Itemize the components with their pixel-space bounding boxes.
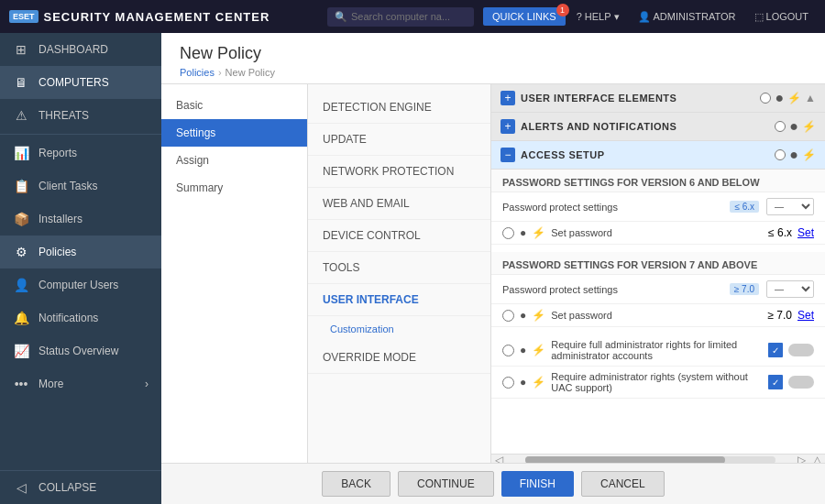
main-content: New Policy Policies › New Policy Basic S… [161, 33, 825, 504]
center-nav-user-interface[interactable]: USER INTERFACE [308, 284, 490, 316]
center-nav-network-protection[interactable]: NETWORK PROTECTION [308, 156, 490, 188]
breadcrumb-root[interactable]: Policies [180, 67, 214, 78]
finish-button[interactable]: FINISH [501, 471, 574, 497]
cancel-button[interactable]: CANCEL [581, 471, 665, 497]
sidebar-item-client-tasks[interactable]: 📋 Client Tasks [0, 170, 161, 203]
topbar: ESET SECURITY MANAGEMENT CENTER 🔍 QUICK … [0, 0, 825, 33]
bolt-icon-v6: ⚡ [532, 226, 545, 239]
sidebar-item-label: Policies [38, 246, 76, 258]
search-box[interactable]: 🔍 [327, 7, 474, 27]
expand-alerts-btn[interactable]: + [500, 119, 515, 134]
center-nav-web-and-email[interactable]: WEB AND EMAIL [308, 188, 490, 220]
radio-set-password-v6[interactable] [502, 227, 514, 239]
sidebar-item-dashboard[interactable]: ⊞ DASHBOARD [0, 33, 161, 66]
sidebar-item-reports[interactable]: 📊 Reports [0, 137, 161, 170]
protect-dropdown-v7[interactable]: — [766, 280, 814, 298]
sidebar-item-label: Client Tasks [38, 180, 97, 192]
left-nav-basic[interactable]: Basic [161, 92, 307, 119]
full-admin-checkbox[interactable]: ✓ [768, 343, 783, 357]
dot-icon: ● [789, 147, 798, 163]
sidebar-item-computers[interactable]: 🖥 COMPUTERS [0, 66, 161, 99]
radio-row-full-admin: ● ⚡ Require full administrator rights fo… [491, 334, 825, 367]
breadcrumb-separator: › [218, 67, 222, 78]
computer-users-icon: 👤 [13, 278, 29, 292]
search-input[interactable] [351, 11, 461, 22]
dashboard-icon: ⊞ [13, 42, 29, 57]
full-admin-toggle[interactable] [788, 344, 814, 356]
help-button[interactable]: ? HELP ▾ [569, 7, 627, 27]
logout-button[interactable]: ⬚ LOGOUT [747, 7, 816, 27]
sidebar-item-policies[interactable]: ⚙ Policies [0, 236, 161, 268]
sidebar-item-installers[interactable]: 📦 Installers [0, 203, 161, 236]
center-nav-tools[interactable]: TOOLS [308, 252, 490, 284]
scroll-up-arrow[interactable]: △ [809, 454, 825, 464]
footer: BACK CONTINUE FINISH CANCEL [161, 463, 825, 504]
logo-icon: ESET [9, 10, 38, 23]
setting-row-protect-v7: Password protect settings ≥ 7.0 — [491, 275, 825, 304]
collapse-access-btn[interactable]: − [500, 148, 515, 162]
section-title: ACCESS SETUP [521, 149, 769, 160]
breadcrumb: Policies › New Policy [180, 67, 807, 78]
sidebar-item-label: Notifications [38, 312, 98, 324]
radio-full-admin[interactable] [502, 345, 514, 356]
logout-icon: ⬚ [754, 11, 764, 23]
quick-links-button[interactable]: QUICK LINKS 1 [483, 7, 566, 26]
bolt-icon: ⚡ [802, 148, 816, 161]
radio-set-password-v7[interactable] [502, 310, 514, 322]
section-radio-1[interactable] [760, 93, 771, 104]
center-nav-customization[interactable]: Customization [308, 316, 490, 342]
sidebar-item-computer-users[interactable]: 👤 Computer Users [0, 268, 161, 301]
left-nav-assign[interactable]: Assign [161, 147, 307, 174]
section-radio-3[interactable] [775, 149, 786, 160]
version-tag2-v7: ≥ 7.0 [767, 309, 792, 322]
logo: ESET SECURITY MANAGEMENT CENTER [9, 10, 270, 24]
uac-checkbox[interactable]: ✓ [768, 375, 783, 389]
sidebar-item-more[interactable]: ••• More › [0, 367, 161, 400]
center-nav-device-control[interactable]: DEVICE CONTROL [308, 220, 490, 252]
protect-dropdown-v6[interactable]: — [766, 198, 814, 215]
status-overview-icon: 📈 [13, 344, 29, 358]
left-nav-summary[interactable]: Summary [161, 174, 307, 202]
sidebar-item-threats[interactable]: ⚠ THREATS [0, 99, 161, 132]
dot-icon-v7: ● [520, 309, 526, 322]
sidebar-item-label: Computer Users [38, 279, 118, 291]
center-panel: DETECTION ENGINE UPDATE NETWORK PROTECTI… [308, 84, 491, 463]
center-nav-detection-engine[interactable]: DETECTION ENGINE [308, 92, 490, 124]
continue-button[interactable]: CONTINUE [398, 471, 494, 497]
sidebar-item-label: Reports [38, 147, 77, 159]
bolt-icon-admin1: ⚡ [532, 344, 545, 356]
sidebar-item-status-overview[interactable]: 📈 Status Overview [0, 334, 161, 367]
setting-row-protect-v6: Password protect settings ≤ 6.x — [491, 192, 825, 222]
page-title: New Policy [180, 44, 807, 63]
radio-uac[interactable] [502, 377, 514, 389]
layout: ⊞ DASHBOARD 🖥 COMPUTERS ⚠ THREATS 📊 Repo… [0, 33, 825, 504]
nav-links: QUICK LINKS 1 ? HELP ▾ 👤 ADMINISTRATOR ⬚… [483, 7, 816, 27]
collapse-icon: ◁ [13, 480, 29, 495]
dot-icon: ● [775, 90, 784, 106]
admin-button[interactable]: 👤 ADMINISTRATOR [631, 7, 743, 27]
uac-toggle[interactable] [788, 376, 814, 389]
center-nav-override-mode[interactable]: OVERRIDE MODE [308, 342, 490, 374]
center-nav-update[interactable]: UPDATE [308, 124, 490, 156]
sidebar-item-notifications[interactable]: 🔔 Notifications [0, 301, 161, 334]
section-controls: ● ⚡ ▲ [760, 90, 816, 106]
set-link-v7[interactable]: Set [798, 309, 814, 322]
notifications-icon: 🔔 [13, 311, 29, 325]
collapse-chevron-icon[interactable]: ▲ [805, 92, 816, 104]
set-password-label-v6: Set password [551, 227, 763, 238]
dot-icon-v6: ● [520, 226, 526, 239]
set-link-v6[interactable]: Set [798, 226, 814, 239]
scroll-right-arrow[interactable]: ▷ [794, 454, 809, 464]
user-icon: 👤 [638, 11, 651, 23]
sidebar-item-collapse[interactable]: ◁ COLLAPSE [0, 471, 161, 504]
expand-user-interface-btn[interactable]: + [500, 91, 515, 105]
scroll-left-arrow[interactable]: ◁ [491, 454, 507, 464]
app-title: SECURITY MANAGEMENT CENTER [44, 10, 270, 24]
section-radio-2[interactable] [775, 121, 786, 132]
radio-row-set-password-v6: ● ⚡ Set password ≤ 6.x Set [491, 222, 825, 245]
search-icon: 🔍 [335, 11, 347, 23]
left-nav-settings[interactable]: Settings [161, 119, 307, 147]
back-button[interactable]: BACK [322, 471, 390, 497]
dot-icon-admin2: ● [520, 376, 526, 389]
horizontal-scrollbar[interactable] [525, 456, 776, 464]
